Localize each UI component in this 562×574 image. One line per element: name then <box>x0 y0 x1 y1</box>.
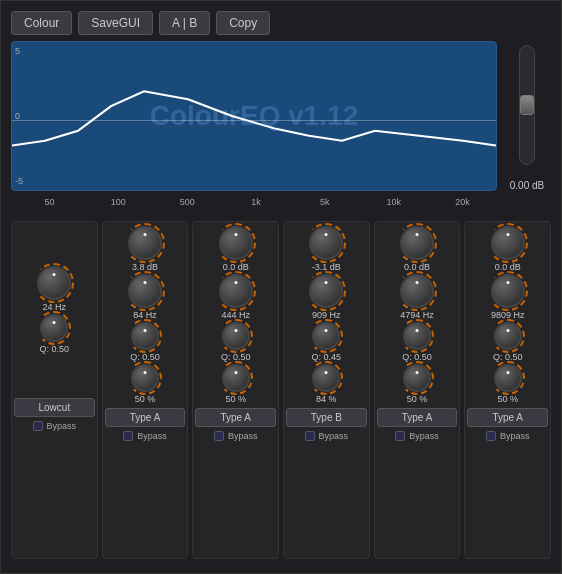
knob-ring <box>397 271 437 311</box>
savegui-button[interactable]: SaveGUI <box>78 11 153 35</box>
freq-knob-4[interactable] <box>309 274 343 308</box>
eq-display-row: ColourEQ v1.12 5 0 -5 0.00 dB <box>11 41 551 191</box>
freq-knob-3[interactable] <box>219 274 253 308</box>
type-btn-1[interactable]: Lowcut <box>14 398 95 417</box>
bypass-row-6: Bypass <box>486 431 530 441</box>
bands-row: 24 Hz Q: 0.50 Lowcut Bypass <box>11 217 551 563</box>
knob-ring <box>37 311 71 345</box>
slope-label-6: 50 % <box>497 394 518 404</box>
gain-db-label: 0.00 dB <box>510 180 544 191</box>
bypass-indicator-4[interactable] <box>305 431 315 441</box>
type-btn-3[interactable]: Type A <box>195 408 276 427</box>
slope-knob-wrap-2: 50 % <box>105 364 186 404</box>
band-col-3: 0.0 dB 444 Hz Q: 0.50 <box>192 221 279 559</box>
freq-knob-5[interactable] <box>400 274 434 308</box>
bypass-row-4: Bypass <box>305 431 349 441</box>
freq-knob-wrap-6: 9809 Hz <box>467 274 548 320</box>
knob-ring <box>128 361 162 395</box>
knob-ring <box>306 223 346 263</box>
bypass-indicator-6[interactable] <box>486 431 496 441</box>
gain-knob-wrap-2: 3.8 dB <box>105 226 186 272</box>
slope-knob-6[interactable] <box>494 364 522 392</box>
freq-knob-wrap-2: 84 Hz <box>105 274 186 320</box>
q-knob-wrap-1: Q: 0.50 <box>14 314 95 354</box>
knob-ring <box>306 271 346 311</box>
q-knob-5[interactable] <box>403 322 431 350</box>
q-knob-2[interactable] <box>131 322 159 350</box>
slope-knob-4[interactable] <box>312 364 340 392</box>
freq-knob-wrap-1: 24 Hz <box>14 266 95 312</box>
slope-knob-5[interactable] <box>403 364 431 392</box>
gain-knob-wrap-6: 0.0 dB <box>467 226 548 272</box>
slope-label-2: 50 % <box>135 394 156 404</box>
gain-knob-4[interactable] <box>309 226 343 260</box>
knob-ring <box>128 319 162 353</box>
q-knob-wrap-3: Q: 0.50 <box>195 322 276 362</box>
bypass-indicator-5[interactable] <box>395 431 405 441</box>
bypass-indicator-3[interactable] <box>214 431 224 441</box>
knob-ring <box>400 361 434 395</box>
colour-button[interactable]: Colour <box>11 11 72 35</box>
q-knob-6[interactable] <box>494 322 522 350</box>
eq-canvas[interactable]: ColourEQ v1.12 5 0 -5 <box>11 41 497 191</box>
knob-ring <box>219 361 253 395</box>
gain-slider-track[interactable] <box>519 45 535 165</box>
knob-ring <box>309 319 343 353</box>
freq-knob-wrap-3: 444 Hz <box>195 274 276 320</box>
knob-ring <box>216 271 256 311</box>
gain-knob-2[interactable] <box>128 226 162 260</box>
bypass-indicator-1[interactable] <box>33 421 43 431</box>
gain-knob-3[interactable] <box>219 226 253 260</box>
band-col-5: 0.0 dB 4794 Hz Q: 0.50 <box>374 221 461 559</box>
copy-button[interactable]: Copy <box>216 11 270 35</box>
bypass-row-1: Bypass <box>33 421 77 431</box>
slope-knob-wrap-3: 50 % <box>195 364 276 404</box>
bypass-label-2: Bypass <box>137 431 167 441</box>
knob-ring <box>488 271 528 311</box>
freq-knob-2[interactable] <box>128 274 162 308</box>
knob-ring <box>397 223 437 263</box>
bypass-label-1: Bypass <box>47 421 77 431</box>
band-col-2: 3.8 dB 84 Hz Q: 0.50 <box>102 221 189 559</box>
gain-knob-6[interactable] <box>491 226 525 260</box>
q-knob-wrap-5: Q: 0.50 <box>377 322 458 362</box>
slope-label-4: 84 % <box>316 394 337 404</box>
knob-ring <box>488 223 528 263</box>
band-col-4: -3.1 dB 909 Hz Q: 0.45 <box>283 221 370 559</box>
freq-knob-1[interactable] <box>37 266 71 300</box>
bypass-label-3: Bypass <box>228 431 258 441</box>
knob-ring <box>216 223 256 263</box>
freq-knob-wrap-4: 909 Hz <box>286 274 367 320</box>
q-knob-3[interactable] <box>222 322 250 350</box>
slope-knob-wrap-4: 84 % <box>286 364 367 404</box>
q-knob-wrap-6: Q: 0.50 <box>467 322 548 362</box>
knob-ring <box>491 361 525 395</box>
bypass-label-4: Bypass <box>319 431 349 441</box>
slope-knob-wrap-6: 50 % <box>467 364 548 404</box>
type-btn-5[interactable]: Type A <box>377 408 458 427</box>
bypass-row-2: Bypass <box>123 431 167 441</box>
slope-knob-2[interactable] <box>131 364 159 392</box>
gain-slider-thumb[interactable] <box>520 95 534 115</box>
q-label-1: Q: 0.50 <box>40 344 70 354</box>
slope-knob-wrap-5: 50 % <box>377 364 458 404</box>
knob-ring <box>125 271 165 311</box>
gain-slider-container: 0.00 dB <box>503 41 551 191</box>
ab-button[interactable]: A | B <box>159 11 210 35</box>
gain-knob-5[interactable] <box>400 226 434 260</box>
slope-label-5: 50 % <box>407 394 428 404</box>
slope-label-3: 50 % <box>225 394 246 404</box>
freq-knob-6[interactable] <box>491 274 525 308</box>
knob-ring <box>400 319 434 353</box>
type-btn-2[interactable]: Type A <box>105 408 186 427</box>
type-btn-4[interactable]: Type B <box>286 408 367 427</box>
q-knob-1[interactable] <box>40 314 68 342</box>
bypass-indicator-2[interactable] <box>123 431 133 441</box>
band-col-6: 0.0 dB 9809 Hz Q: 0.50 <box>464 221 551 559</box>
gain-knob-wrap-4: -3.1 dB <box>286 226 367 272</box>
knob-ring <box>219 319 253 353</box>
slope-knob-3[interactable] <box>222 364 250 392</box>
type-btn-6[interactable]: Type A <box>467 408 548 427</box>
knob-ring <box>309 361 343 395</box>
q-knob-4[interactable] <box>312 322 340 350</box>
